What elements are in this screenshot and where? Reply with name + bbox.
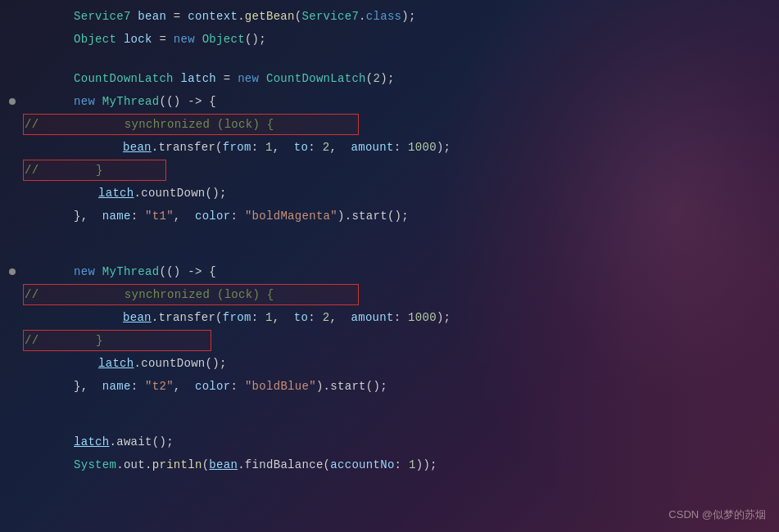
token: new: [238, 72, 266, 85]
token: //: [25, 288, 38, 301]
token: },: [74, 210, 102, 223]
token: 2: [374, 72, 381, 85]
token: ,: [273, 311, 294, 324]
token: :: [230, 210, 244, 223]
token: latch: [98, 187, 134, 200]
token: synchronized (lock) {: [38, 118, 274, 131]
token: class: [366, 10, 402, 23]
token: name: [102, 380, 131, 393]
token: bean: [209, 458, 238, 471]
token: synchronized (lock) {: [38, 288, 274, 301]
empty-line: [0, 51, 779, 67]
token: to: [294, 311, 308, 324]
token: "t1": [145, 210, 174, 223]
token: );: [437, 311, 451, 324]
token: ();: [245, 33, 266, 46]
token: 1000: [408, 141, 437, 154]
token: //: [25, 118, 38, 131]
token: .transfer(: [152, 141, 223, 154]
token: CountDownLatch: [74, 72, 181, 85]
empty-line: [0, 244, 779, 260]
token: 1: [409, 458, 416, 471]
token: ,: [329, 141, 351, 154]
fold-dot[interactable]: [9, 268, 16, 275]
token: bean: [123, 311, 152, 324]
code-tokens: }, name: "t1", color: "boldMagenta").sta…: [25, 205, 409, 228]
code-tokens: // }: [25, 329, 103, 352]
code-line: }, name: "t1", color: "boldMagenta").sta…: [0, 205, 779, 228]
token: .countDown();: [134, 187, 227, 200]
token: Object: [74, 33, 124, 46]
token: to: [294, 141, 308, 154]
token: .transfer(: [152, 311, 223, 324]
token: color: [195, 380, 231, 393]
token: );: [437, 141, 451, 154]
token: latch: [98, 357, 134, 370]
token: ,: [329, 311, 351, 324]
code-tokens: System.out.println(bean.findBalance(acco…: [25, 453, 437, 476]
code-tokens: // synchronized (lock) {: [25, 113, 274, 136]
token: (() -> {: [159, 265, 216, 278]
token: ).start();: [316, 380, 387, 393]
token: "boldBlue": [245, 380, 316, 393]
token: new: [74, 95, 102, 108]
empty-line: [0, 414, 779, 431]
watermark: CSDN @似梦的苏烟: [668, 507, 766, 522]
token: 1: [265, 311, 273, 324]
token: ,: [174, 210, 195, 223]
token: .: [359, 10, 366, 23]
token: .await();: [110, 435, 174, 449]
token: MyThread: [102, 265, 160, 278]
token: =: [216, 72, 238, 85]
code-line: }, name: "t2", color: "boldBlue").start(…: [0, 375, 779, 398]
token: },: [74, 380, 102, 393]
empty-line: [0, 228, 779, 244]
token: }: [38, 334, 102, 347]
code-line: // }: [0, 159, 779, 182]
code-tokens: bean.transfer(from: 1, to: 2, amount: 10…: [25, 136, 451, 159]
token: .out.: [116, 458, 152, 471]
token: amount: [351, 141, 393, 154]
token: (: [366, 72, 374, 85]
code-tokens: // }: [25, 159, 103, 182]
code-line: bean.transfer(from: 1, to: 2, amount: 10…: [0, 136, 779, 159]
token: //: [25, 164, 38, 177]
empty-line: [0, 398, 779, 414]
token: (() -> {: [159, 95, 216, 108]
fold-dot[interactable]: [9, 98, 16, 105]
token: "boldMagenta": [245, 210, 337, 223]
token: new: [74, 265, 102, 278]
token: bean: [138, 10, 166, 23]
code-line: CountDownLatch latch = new CountDownLatc…: [0, 67, 779, 90]
code-line: bean.transfer(from: 1, to: 2, amount: 10…: [0, 306, 779, 329]
token: new: [174, 33, 202, 46]
code-line: new MyThread(() -> {: [0, 260, 779, 283]
code-line: System.out.println(bean.findBalance(acco…: [0, 453, 779, 476]
token: );: [401, 10, 415, 23]
code-tokens: // synchronized (lock) {: [25, 283, 274, 306]
token: latch: [181, 72, 217, 85]
token: context: [188, 10, 238, 23]
token: ,: [174, 380, 195, 393]
token: ,: [273, 141, 294, 154]
token: MyThread: [102, 95, 160, 108]
token: println: [152, 458, 202, 471]
token: :: [131, 210, 145, 223]
token: :: [131, 380, 145, 393]
token: Service7: [74, 10, 138, 23]
code-line: Object lock = new Object();: [0, 28, 779, 51]
token: accountNo: [330, 458, 394, 471]
code-tokens: Object lock = new Object();: [25, 28, 266, 51]
token: name: [102, 210, 131, 223]
code-line: // synchronized (lock) {: [0, 283, 779, 306]
code-tokens: latch.countDown();: [25, 182, 227, 205]
code-line: // }: [0, 329, 779, 352]
code-tokens: }, name: "t2", color: "boldBlue").start(…: [25, 375, 387, 398]
code-tokens: latch.await();: [25, 431, 174, 453]
token: :: [251, 141, 265, 154]
code-tokens: new MyThread(() -> {: [25, 90, 216, 113]
token: ));: [416, 458, 437, 471]
token: //: [25, 334, 38, 347]
token: amount: [351, 311, 393, 324]
token: getBean: [245, 10, 295, 23]
